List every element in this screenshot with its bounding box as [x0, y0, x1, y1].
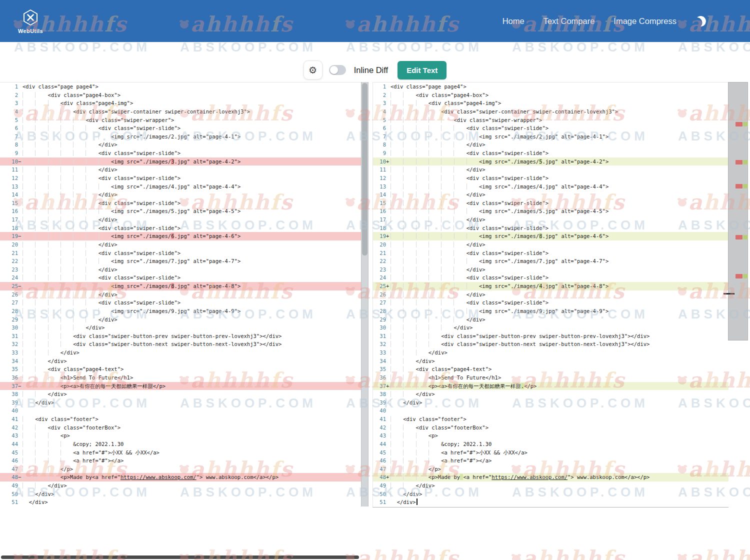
code-line[interactable]: 1<div class="page page4"> [373, 82, 728, 91]
code-line[interactable]: 34 </div> [0, 357, 361, 366]
nav-text-compare[interactable]: Text Compare [544, 16, 595, 26]
code-line[interactable]: 41 <div class="footer"> [373, 415, 728, 424]
code-line[interactable]: 50 </div> [0, 490, 361, 498]
code-line[interactable]: 47 </p> [373, 465, 728, 474]
code-line[interactable]: 45 <a href="#">小XX && 小XX</a> [373, 448, 728, 457]
code-line[interactable]: 31 <div class="swiper-button-prev swiper… [373, 332, 728, 340]
code-line[interactable]: 39 </div> [373, 398, 728, 407]
code-line[interactable]: 40 [373, 406, 728, 415]
code-line[interactable]: 37+ <p><a>有你在的每一天都如糖果一样甜.</p> [373, 382, 728, 390]
code-line[interactable]: 48− <p>Made by<a href="https://www.absko… [0, 473, 361, 482]
code-line[interactable]: 51 </div> [373, 498, 728, 506]
code-line[interactable]: 19− <img src="./images/6.jpg" alt="page-… [0, 232, 361, 240]
code-line[interactable]: 4 <div class="swiper-container swiper-co… [373, 108, 728, 116]
code-line[interactable]: 28 <img src="./images/9.jpg" alt="page-4… [0, 307, 361, 316]
code-line[interactable]: 36 <h1>Send To Future</h1> [373, 374, 728, 382]
code-line[interactable]: 19+ <img src="./images/8.jpg" alt="page-… [373, 232, 728, 240]
code-line[interactable]: 13 <img src="./images/4.jpg" alt="page-4… [373, 182, 728, 191]
code-line[interactable]: 8 </div> [0, 140, 361, 149]
code-line[interactable]: 27 <div class="swiper-slide"> [373, 298, 728, 307]
code-line[interactable]: 47 </p> [0, 465, 361, 474]
code-line[interactable]: 22 <img src="./images/7.jpg" alt="page-4… [0, 257, 361, 266]
code-line[interactable]: 27 <div class="swiper-slide"> [0, 298, 361, 307]
brand[interactable]: WebUtils [18, 8, 43, 34]
code-line[interactable]: 10− <img src="./images/3.jpg" alt="page-… [0, 158, 361, 166]
code-line[interactable]: 40 [0, 406, 361, 415]
code-line[interactable]: 7 <img src="./images/2.jpg" alt="page-4-… [0, 132, 361, 141]
code-line[interactable]: 32 <div class="swiper-button-next swiper… [373, 340, 728, 348]
code-line[interactable]: 11 </div> [373, 166, 728, 174]
code-line[interactable]: 34 </div> [373, 357, 728, 366]
code-line[interactable]: 12 <div class="swiper-slide"> [373, 174, 728, 182]
code-line[interactable]: 9 <div class="swiper-slide"> [0, 149, 361, 158]
left-pane-scrollbar[interactable] [361, 82, 368, 506]
code-line[interactable]: 32 <div class="swiper-button-next swiper… [0, 340, 361, 348]
code-line[interactable]: 23 </div> [373, 266, 728, 274]
diff-pane-changed[interactable]: 1<div class="page page4">2 <div class="p… [372, 82, 728, 508]
code-line[interactable]: 16 <img src="./images/5.jpg" alt="page-4… [373, 207, 728, 216]
code-line[interactable]: 38 </div> [0, 390, 361, 398]
code-line[interactable]: 43 <p> [373, 432, 728, 440]
code-line[interactable]: 18 <div class="swiper-slide"> [373, 224, 728, 232]
nav-image-compress[interactable]: Image Compress [614, 16, 676, 26]
code-line[interactable]: 41 <div class="footer"> [0, 415, 361, 424]
scrollbar-thumb[interactable] [362, 83, 368, 256]
code-line[interactable]: 6 <div class="swiper-slide"> [373, 124, 728, 132]
code-line[interactable]: 24 <div class="swiper-slide"> [0, 274, 361, 282]
code-line[interactable]: 2 <div class="page4-box"> [0, 91, 361, 100]
code-line[interactable]: 45 <a href="#">小XX && 小XX</a> [0, 448, 361, 457]
code-line[interactable]: 36 <h1>Send To Future</h1> [0, 374, 361, 382]
code-line[interactable]: 24 <div class="swiper-slide"> [373, 274, 728, 282]
code-line[interactable]: 16 <img src="./images/5.jpg" alt="page-4… [0, 207, 361, 216]
code-line[interactable]: 6 <div class="swiper-slide"> [0, 124, 361, 132]
code-line[interactable]: 15 <div class="swiper-slide"> [373, 199, 728, 208]
code-line[interactable]: 17 </div> [373, 216, 728, 224]
code-line[interactable]: 46 <a href="#"></a> [373, 456, 728, 465]
code-line[interactable]: 13 <img src="./images/4.jpg" alt="page-4… [0, 182, 361, 191]
horizontal-scrollbar[interactable] [1, 556, 359, 559]
diff-marker-line-10[interactable] [728, 122, 748, 126]
code-line[interactable]: 5 <div class="swiper-wrapper"> [0, 116, 361, 124]
code-line[interactable]: 21 <div class="swiper-slide"> [373, 249, 728, 258]
diff-marker-line-48[interactable] [728, 274, 748, 278]
settings-button[interactable]: ⚙ [304, 60, 322, 80]
nav-home[interactable]: Home [502, 16, 524, 26]
code-line[interactable]: 29 </div> [373, 316, 728, 324]
code-line[interactable]: 2 <div class="page4-box"> [373, 91, 728, 100]
edit-text-button[interactable]: Edit Text [398, 61, 446, 80]
diff-marker-line-37[interactable] [728, 235, 748, 240]
code-line[interactable]: 7 <img src="./images/2.jpg" alt="page-4-… [373, 132, 728, 141]
code-line[interactable]: 9 <div class="swiper-slide"> [373, 149, 728, 158]
code-line[interactable]: 48+ <p>Made by <a href="https://www.absk… [373, 473, 728, 482]
code-line[interactable]: 26 </div> [373, 290, 728, 299]
code-line[interactable]: 17 </div> [0, 216, 361, 224]
dark-mode-moon-icon[interactable] [695, 15, 707, 27]
diff-marker-line-19[interactable] [728, 160, 748, 164]
code-line[interactable]: 1<div class="page page4"> [0, 82, 361, 91]
code-line[interactable]: 44 &copy; 2022.1.30 [373, 440, 728, 448]
code-line[interactable]: 14 </div> [0, 190, 361, 199]
code-line[interactable]: 25+ <img src="./images/4.jpg" alt="page-… [373, 282, 728, 290]
code-line[interactable]: 4 <div class="swiper-container swiper-co… [0, 108, 361, 116]
code-line[interactable]: 39 </div> [0, 398, 361, 407]
code-line[interactable]: 49 </div> [0, 482, 361, 490]
code-line[interactable]: 33 </div> [373, 348, 728, 357]
code-line[interactable]: 21 <div class="swiper-slide"> [0, 249, 361, 258]
diff-pane-original[interactable]: 1<div class="page page4">2 <div class="p… [0, 82, 361, 507]
code-line[interactable]: 33 </div> [0, 348, 361, 357]
code-line[interactable]: 44 &copy; 2022.1.30 [0, 440, 361, 448]
code-line[interactable]: 42 <div class="footerBox"> [0, 424, 361, 432]
code-line[interactable]: 46 <a href="#"></a> [0, 456, 361, 465]
code-line[interactable]: 20 </div> [0, 240, 361, 249]
code-line[interactable]: 8 </div> [373, 140, 728, 149]
code-line[interactable]: 29 </div> [0, 316, 361, 324]
inline-diff-toggle[interactable] [329, 65, 346, 75]
code-line[interactable]: 20 </div> [373, 240, 728, 249]
code-line[interactable]: 23 </div> [0, 266, 361, 274]
code-line[interactable]: 50 </div> [373, 490, 728, 498]
code-line[interactable]: 35 <div class="page4-text"> [0, 365, 361, 374]
code-line[interactable]: 10+ <img src="./images/5.jpg" alt="page-… [373, 158, 728, 166]
code-line[interactable]: 3 <div class="page4-img"> [0, 99, 361, 108]
code-line[interactable]: 26 </div> [0, 290, 361, 299]
diff-overview-gutter[interactable] [728, 82, 748, 340]
